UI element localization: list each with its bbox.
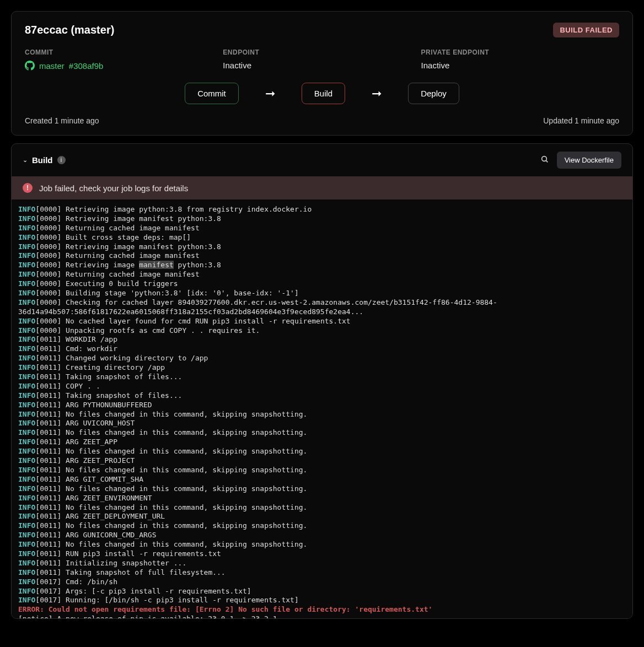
log-line: [notice] A new release of pip is availab… <box>18 614 626 618</box>
log-line: INFO[0011] Initializing snapshotter ... <box>18 559 626 568</box>
log-output[interactable]: INFO[0000] Retrieving image python:3.8 f… <box>12 200 632 618</box>
log-line: INFO[0011] Taking snapshot of full files… <box>18 568 626 578</box>
commit-link[interactable]: master #308af9b <box>25 61 223 71</box>
log-line: INFO[0011] No files changed in this comm… <box>18 428 626 438</box>
chevron-down-icon[interactable]: ⌄ <box>23 157 28 164</box>
log-line: INFO[0000] Returning cached image manife… <box>18 270 626 279</box>
log-line: INFO[0011] No files changed in this comm… <box>18 484 626 494</box>
arrow-icon: ➞ <box>265 87 275 101</box>
log-line: INFO[0011] ARG ZEET_ENVIRONMENT <box>18 494 626 503</box>
log-line: INFO[0000] Built cross stage deps: map[] <box>18 233 626 242</box>
commit-label: COMMIT <box>25 48 223 56</box>
status-badge: BUILD FAILED <box>553 23 619 37</box>
log-line: INFO[0011] ARG GUNICORN_CMD_ARGS <box>18 531 626 540</box>
log-line: INFO[0017] Args: [-c pip3 install -r req… <box>18 587 626 596</box>
log-line: INFO[0011] ARG GIT_COMMIT_SHA <box>18 475 626 484</box>
log-line: INFO[0011] No files changed in this comm… <box>18 503 626 513</box>
log-line: INFO[0000] Retrieving image manifest pyt… <box>18 242 626 252</box>
log-line: INFO[0000] No cached layer found for cmd… <box>18 317 626 326</box>
deployment-title: 87eccac (master) <box>25 24 114 36</box>
log-line: INFO[0017] Cmd: /bin/sh <box>18 578 626 587</box>
stage-commit[interactable]: Commit <box>185 83 239 104</box>
log-line: INFO[0011] ARG UVICORN_HOST <box>18 419 626 428</box>
log-line: INFO[0011] Changed working directory to … <box>18 354 626 363</box>
log-title: Build <box>32 155 53 165</box>
info-icon[interactable]: i <box>57 156 66 164</box>
error-icon: ! <box>23 183 33 193</box>
log-line: INFO[0011] Taking snapshot of files... <box>18 391 626 401</box>
log-line: INFO[0000] Returning cached image manife… <box>18 224 626 233</box>
commit-hash: #308af9b <box>69 61 104 71</box>
stage-deploy[interactable]: Deploy <box>408 83 459 104</box>
log-line: INFO[0011] No files changed in this comm… <box>18 540 626 549</box>
log-line: INFO[0011] No files changed in this comm… <box>18 466 626 475</box>
log-line: INFO[0000] Returning cached image manife… <box>18 251 626 261</box>
alert-bar: ! Job failed, check your job logs for de… <box>12 176 632 200</box>
log-line: INFO[0011] ARG ZEET_DEPLOYMENT_URL <box>18 512 626 521</box>
log-line: INFO[0011] Cmd: workdir <box>18 344 626 354</box>
log-line: INFO[0000] Executing 0 build triggers <box>18 279 626 289</box>
search-icon[interactable] <box>540 155 549 165</box>
log-line: INFO[0000] Retrieving image manifest pyt… <box>18 214 626 224</box>
log-line: ERROR: Could not open requirements file:… <box>18 605 626 614</box>
alert-text: Job failed, check your job logs for deta… <box>39 184 188 193</box>
log-line: INFO[0011] RUN pip3 install -r requireme… <box>18 549 626 559</box>
log-line: INFO[0011] ARG ZEET_PROJECT <box>18 456 626 466</box>
log-line: INFO[0011] ARG PYTHONUNBUFFERED <box>18 401 626 410</box>
github-icon <box>25 61 35 71</box>
endpoint-label: ENDPOINT <box>223 48 421 56</box>
log-line: INFO[0011] ARG ZEET_APP <box>18 438 626 447</box>
log-line: INFO[0000] Checking for cached layer 894… <box>18 298 626 317</box>
log-line: INFO[0000] Retrieving image manifest pyt… <box>18 261 626 270</box>
log-line: INFO[0000] Building stage 'python:3.8' [… <box>18 289 626 298</box>
view-dockerfile-button[interactable]: View Dockerfile <box>557 152 621 169</box>
arrow-icon: ➞ <box>372 87 382 101</box>
log-panel: ⌄ Build i View Dockerfile ! Job failed, … <box>11 143 633 619</box>
log-line: INFO[0011] No files changed in this comm… <box>18 521 626 531</box>
log-line: INFO[0011] Creating directory /app <box>18 363 626 373</box>
private-endpoint-label: PRIVATE ENDPOINT <box>421 48 619 56</box>
branch-name: master <box>39 61 65 71</box>
svg-line-1 <box>546 160 548 162</box>
log-line: INFO[0011] No files changed in this comm… <box>18 410 626 419</box>
log-line: INFO[0011] Taking snapshot of files... <box>18 373 626 382</box>
log-line: INFO[0017] Running: [/bin/sh -c pip3 ins… <box>18 596 626 605</box>
stage-row: Commit ➞ Build ➞ Deploy <box>25 83 619 104</box>
svg-point-0 <box>541 157 546 161</box>
deployment-header: 87eccac (master) BUILD FAILED COMMIT mas… <box>11 11 633 136</box>
updated-time: Updated 1 minute ago <box>543 116 619 125</box>
private-endpoint-value: Inactive <box>421 61 619 70</box>
endpoint-value: Inactive <box>223 61 421 70</box>
log-line: INFO[0011] No files changed in this comm… <box>18 447 626 456</box>
stage-build[interactable]: Build <box>302 83 345 104</box>
log-line: INFO[0000] Unpacking rootfs as cmd COPY … <box>18 326 626 336</box>
log-line: INFO[0011] WORKDIR /app <box>18 335 626 344</box>
created-time: Created 1 minute ago <box>25 116 99 125</box>
log-line: INFO[0011] COPY . . <box>18 382 626 391</box>
log-line: INFO[0000] Retrieving image python:3.8 f… <box>18 205 626 214</box>
